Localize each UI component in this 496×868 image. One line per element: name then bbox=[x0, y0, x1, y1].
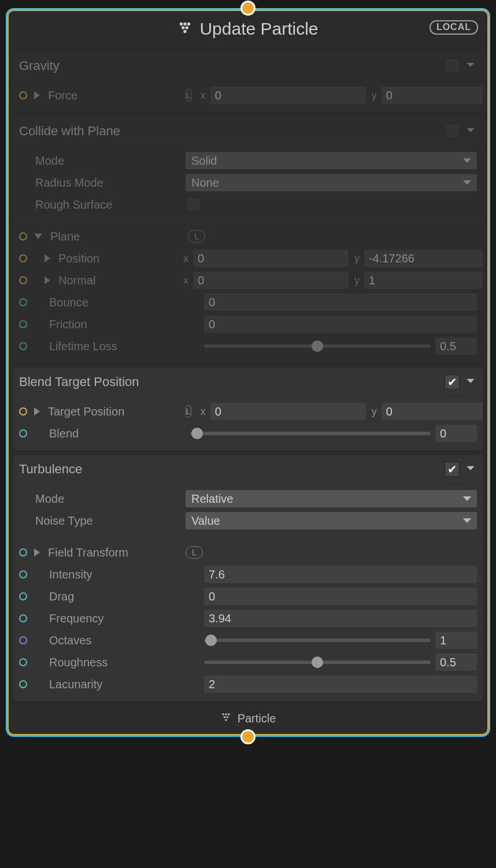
gravity-enabled-checkbox[interactable] bbox=[445, 58, 460, 73]
local-space-badge[interactable]: L bbox=[186, 546, 203, 559]
mode-value: Solid bbox=[191, 154, 217, 168]
lifetime-loss-port[interactable] bbox=[19, 342, 27, 350]
plane-port[interactable] bbox=[19, 232, 27, 240]
lifetime-loss-value[interactable]: 0.5 bbox=[435, 337, 477, 355]
lacunarity-input[interactable] bbox=[204, 676, 477, 693]
octaves-value[interactable]: 1 bbox=[435, 632, 477, 649]
expand-icon[interactable] bbox=[34, 91, 40, 99]
expand-icon[interactable] bbox=[34, 548, 40, 557]
output-port[interactable] bbox=[240, 729, 256, 744]
chevron-down-icon[interactable] bbox=[465, 374, 476, 390]
section-blend: Blend Target Position ✔ Target Position … bbox=[13, 368, 483, 450]
blend-enabled-checkbox[interactable]: ✔ bbox=[445, 374, 460, 390]
axis-label-x: x bbox=[201, 406, 206, 418]
expand-icon[interactable] bbox=[45, 276, 50, 284]
svg-point-0 bbox=[180, 22, 183, 25]
normal-y-input[interactable] bbox=[364, 272, 483, 289]
intensity-input[interactable] bbox=[204, 566, 477, 583]
svg-point-6 bbox=[222, 713, 224, 715]
svg-point-10 bbox=[226, 716, 228, 718]
blend-slider[interactable] bbox=[190, 432, 431, 435]
section-title: Collide with Plane bbox=[19, 124, 120, 139]
dropdown-arrow-icon bbox=[463, 518, 471, 523]
axis-label-y: y bbox=[354, 253, 360, 265]
intensity-label: Intensity bbox=[34, 568, 199, 581]
dropdown-arrow-icon bbox=[463, 496, 471, 501]
drag-port[interactable] bbox=[19, 592, 27, 600]
node-title-row: Update Particle LOCAL bbox=[8, 10, 488, 47]
field-transform-label: Field Transform bbox=[48, 546, 181, 559]
expand-icon[interactable] bbox=[34, 407, 40, 416]
drag-input[interactable] bbox=[204, 588, 477, 605]
chevron-down-icon[interactable] bbox=[465, 58, 476, 73]
friction-port[interactable] bbox=[19, 320, 27, 328]
drag-label: Drag bbox=[34, 590, 199, 603]
force-y-input[interactable] bbox=[382, 87, 483, 104]
lifetime-loss-slider[interactable] bbox=[204, 344, 431, 348]
target-x-input[interactable] bbox=[210, 403, 366, 420]
local-space-badge[interactable]: L bbox=[186, 89, 191, 102]
section-header-turbulence[interactable]: Turbulence ✔ bbox=[13, 455, 483, 484]
expand-icon[interactable] bbox=[45, 254, 50, 262]
normal-label: Normal bbox=[58, 274, 177, 287]
blend-port[interactable] bbox=[19, 429, 27, 437]
bounce-port[interactable] bbox=[19, 298, 27, 306]
lifetime-loss-label: Lifetime Loss bbox=[34, 340, 199, 353]
axis-label-y: y bbox=[354, 275, 360, 287]
node-title: Update Particle bbox=[199, 19, 318, 39]
blend-value[interactable]: 0 bbox=[435, 425, 477, 442]
svg-point-5 bbox=[184, 29, 187, 32]
local-badge[interactable]: LOCAL bbox=[430, 20, 478, 35]
collide-enabled-checkbox[interactable] bbox=[445, 124, 460, 139]
rough-surface-checkbox[interactable] bbox=[186, 197, 201, 212]
target-position-port[interactable] bbox=[19, 407, 27, 416]
blend-label: Blend bbox=[34, 427, 186, 440]
target-y-input[interactable] bbox=[382, 403, 483, 420]
local-space-badge[interactable]: L bbox=[188, 230, 205, 243]
section-header-blend[interactable]: Blend Target Position ✔ bbox=[13, 368, 483, 396]
position-y-input[interactable] bbox=[364, 250, 483, 267]
lacunarity-port[interactable] bbox=[19, 680, 27, 688]
octaves-label: Octaves bbox=[34, 634, 199, 647]
turbulence-enabled-checkbox[interactable]: ✔ bbox=[445, 462, 460, 477]
octaves-port[interactable] bbox=[19, 636, 27, 644]
mode-label: Mode bbox=[19, 154, 181, 168]
bounce-input[interactable] bbox=[204, 294, 477, 311]
radius-mode-dropdown[interactable]: None bbox=[186, 174, 477, 191]
svg-point-1 bbox=[184, 22, 187, 25]
position-x-input[interactable] bbox=[193, 250, 349, 267]
section-title: Turbulence bbox=[19, 462, 82, 477]
section-header-gravity[interactable]: Gravity bbox=[13, 51, 483, 80]
position-port[interactable] bbox=[19, 254, 27, 262]
octaves-slider[interactable] bbox=[204, 639, 431, 642]
dropdown-arrow-icon bbox=[463, 158, 471, 163]
local-space-badge[interactable]: L bbox=[186, 405, 191, 418]
section-header-collide[interactable]: Collide with Plane bbox=[13, 117, 483, 146]
roughness-value[interactable]: 0.5 bbox=[435, 654, 477, 671]
axis-label-x: x bbox=[183, 275, 188, 287]
turb-mode-dropdown[interactable]: Relative bbox=[186, 490, 477, 507]
noise-type-dropdown[interactable]: Value bbox=[186, 512, 477, 529]
footer-label: Particle bbox=[238, 712, 276, 725]
friction-input[interactable] bbox=[204, 316, 477, 333]
intensity-port[interactable] bbox=[19, 570, 27, 578]
field-transform-port[interactable] bbox=[19, 548, 27, 557]
svg-point-4 bbox=[186, 26, 188, 29]
force-x-input[interactable] bbox=[210, 87, 366, 104]
rough-surface-label: Rough Surface bbox=[19, 198, 181, 212]
roughness-port[interactable] bbox=[19, 658, 27, 666]
chevron-down-icon[interactable] bbox=[465, 124, 476, 139]
chevron-down-icon[interactable] bbox=[465, 462, 476, 477]
normal-port[interactable] bbox=[19, 276, 27, 284]
roughness-slider[interactable] bbox=[204, 661, 431, 664]
roughness-label: Roughness bbox=[34, 656, 199, 669]
radius-mode-value: None bbox=[191, 176, 219, 190]
force-port[interactable] bbox=[19, 91, 27, 99]
collapse-icon[interactable] bbox=[34, 233, 42, 239]
normal-x-input[interactable] bbox=[193, 272, 349, 289]
frequency-input[interactable] bbox=[204, 610, 477, 627]
noise-type-label: Noise Type bbox=[19, 514, 181, 528]
position-label: Position bbox=[58, 252, 177, 265]
mode-dropdown[interactable]: Solid bbox=[186, 152, 477, 169]
frequency-port[interactable] bbox=[19, 614, 27, 622]
